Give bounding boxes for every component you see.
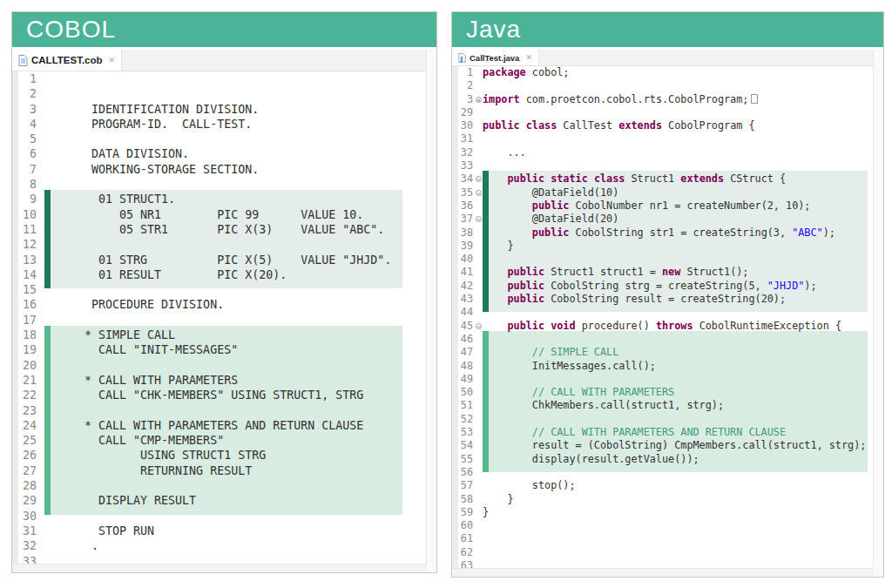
vertical-scrollbar[interactable]: [873, 50, 883, 577]
code-text: // CALL WITH PARAMETERS: [483, 386, 674, 399]
code-line[interactable]: 26 USING STRUCT1 STRG: [12, 448, 436, 463]
code-line[interactable]: 29: [452, 106, 883, 119]
code-line[interactable]: 56: [452, 466, 883, 479]
code-line[interactable]: 30: [12, 509, 436, 524]
code-line[interactable]: 53 // CALL WITH PARAMETERS AND RETURN CL…: [452, 426, 883, 439]
line-number: 5: [18, 132, 43, 146]
code-line[interactable]: 18 * SIMPLE CALL: [12, 328, 436, 342]
code-line[interactable]: 46: [452, 333, 883, 346]
code-line[interactable]: 5: [12, 132, 436, 146]
code-line[interactable]: 2: [452, 79, 883, 92]
code-line[interactable]: 48 InitMessages.call();: [452, 360, 883, 373]
line-number: 46: [458, 333, 476, 346]
code-line[interactable]: 37− @DataField(20): [452, 213, 883, 226]
code-line[interactable]: 3 IDENTIFICATION DIVISION.: [12, 102, 436, 117]
line-number: 30: [18, 509, 43, 524]
code-line[interactable]: 27 RETURNING RESULT: [12, 463, 436, 478]
code-line[interactable]: 15: [12, 282, 436, 297]
code-line[interactable]: 19 CALL "INIT-MESSAGES": [12, 342, 436, 357]
code-line[interactable]: 23: [12, 403, 436, 418]
line-number: 48: [458, 360, 476, 373]
cobol-code-editor[interactable]: 123 IDENTIFICATION DIVISION.4 PROGRAM-ID…: [12, 71, 436, 565]
code-line[interactable]: 17: [12, 313, 436, 328]
line-number: 23: [18, 403, 43, 418]
code-line[interactable]: 59}: [452, 506, 883, 519]
code-line[interactable]: 16 PROCEDURE DIVISION.: [12, 297, 436, 312]
code-line[interactable]: 28: [12, 478, 436, 493]
tab-calltest-cob[interactable]: CALLTEST.cob ✕: [12, 50, 122, 71]
code-line[interactable]: 14 01 RESULT PIC X(20).: [12, 267, 436, 282]
code-line[interactable]: 30public class CallTest extends CobolPro…: [452, 119, 883, 132]
code-line[interactable]: 1package cobol;: [452, 66, 883, 79]
code-line[interactable]: 12: [12, 237, 436, 252]
code-line[interactable]: 47 // SIMPLE CALL: [452, 346, 883, 359]
horizontal-scrollbar[interactable]: [452, 568, 874, 577]
code-line[interactable]: 52: [452, 413, 883, 426]
code-line[interactable]: 31 STOP RUN: [12, 524, 436, 538]
code-line[interactable]: 20: [12, 358, 436, 373]
code-line[interactable]: 61: [452, 532, 883, 545]
code-line[interactable]: 38 public CobolString str1 = createStrin…: [452, 226, 883, 240]
code-line[interactable]: 32 ...: [452, 146, 883, 159]
code-line[interactable]: 32 .: [12, 538, 436, 553]
tab-close-icon[interactable]: ✕: [525, 53, 532, 62]
code-line[interactable]: 36 public CobolNumber nr1 = createNumber…: [452, 199, 883, 213]
code-line[interactable]: 10 05 NR1 PIC 99 VALUE 10.: [12, 207, 436, 222]
code-line[interactable]: 35− @DataField(10): [452, 186, 883, 199]
fold-plus-icon[interactable]: +: [476, 97, 482, 103]
fold-margin: [476, 532, 483, 545]
code-line[interactable]: 33: [452, 159, 883, 172]
fold-minus-icon[interactable]: −: [476, 216, 482, 222]
code-line[interactable]: 49: [452, 373, 883, 386]
code-line[interactable]: 39 }: [452, 240, 883, 253]
fold-margin: [476, 453, 483, 466]
code-line[interactable]: 43 public CobolString result = createStr…: [452, 293, 883, 306]
tab-close-icon[interactable]: ✕: [109, 56, 116, 64]
vertical-scrollbar[interactable]: [426, 50, 436, 572]
code-line[interactable]: 2: [12, 86, 436, 101]
code-line[interactable]: 55 display(result.getValue());: [452, 453, 883, 466]
fold-minus-icon[interactable]: −: [476, 323, 482, 329]
code-line[interactable]: 57 stop();: [452, 479, 883, 492]
code-text: 01 STRG PIC X(5) VALUE "JHJD".: [43, 253, 391, 267]
code-line[interactable]: 9 01 STRUCT1.: [12, 192, 436, 206]
code-line[interactable]: 6 DATA DIVISION.: [12, 146, 436, 161]
code-line[interactable]: 13 01 STRG PIC X(5) VALUE "JHJD".: [12, 253, 436, 267]
code-line[interactable]: 51 ChkMembers.call(struct1, strg);: [452, 399, 883, 412]
code-line[interactable]: 1: [12, 71, 436, 86]
code-line[interactable]: 21 * CALL WITH PARAMETERS: [12, 373, 436, 388]
fold-minus-icon[interactable]: −: [476, 176, 482, 182]
fold-margin: [476, 159, 483, 172]
java-code-editor[interactable]: 1package cobol;23+import com.proetcon.co…: [452, 66, 883, 570]
code-line[interactable]: 40: [452, 253, 883, 266]
code-line[interactable]: 31: [452, 132, 883, 145]
code-text: public CobolNumber nr1 = createNumber(2,…: [483, 199, 810, 213]
code-line[interactable]: 11 05 STR1 PIC X(3) VALUE "ABC".: [12, 222, 436, 237]
code-line[interactable]: 58 }: [452, 493, 883, 506]
code-line[interactable]: 62: [452, 546, 883, 559]
code-line[interactable]: 50 // CALL WITH PARAMETERS: [452, 386, 883, 399]
code-line[interactable]: 29 DISPLAY RESULT: [12, 493, 436, 508]
code-line[interactable]: 22 CALL "CHK-MEMBERS" USING STRUCT1, STR…: [12, 388, 436, 402]
code-line[interactable]: 45− public void procedure() throws Cobol…: [452, 320, 883, 333]
code-text: * SIMPLE CALL: [43, 328, 175, 342]
fold-margin: [476, 146, 483, 159]
code-line[interactable]: 4 PROGRAM-ID. CALL-TEST.: [12, 117, 436, 132]
collapsed-region-icon[interactable]: [751, 94, 758, 104]
code-line[interactable]: 7 WORKING-STORAGE SECTION.: [12, 162, 436, 177]
code-line[interactable]: 54 result = (CobolString) CmpMembers.cal…: [452, 439, 883, 452]
code-line[interactable]: 25 CALL "CMP-MEMBERS": [12, 433, 436, 448]
tab-calltest-java[interactable]: J CallTest.java ✕: [452, 50, 539, 65]
code-line[interactable]: 44: [452, 306, 883, 319]
fold-minus-icon[interactable]: −: [476, 190, 482, 196]
code-line[interactable]: 8: [12, 177, 436, 192]
code-line[interactable]: 41 public Struct1 struct1 = new Struct1(…: [452, 266, 883, 279]
code-line[interactable]: 34− public static class Struct1 extends …: [452, 172, 883, 186]
code-line[interactable]: 3+import com.proetcon.cobol.rts.CobolPro…: [452, 93, 883, 106]
line-number: 38: [458, 226, 476, 240]
code-line[interactable]: 24 * CALL WITH PARAMETERS AND RETURN CLA…: [12, 418, 436, 433]
code-text: DISPLAY RESULT: [43, 493, 196, 508]
horizontal-scrollbar[interactable]: [12, 564, 427, 572]
code-line[interactable]: 42 public CobolString strg = createStrin…: [452, 280, 883, 293]
code-line[interactable]: 60: [452, 519, 883, 532]
